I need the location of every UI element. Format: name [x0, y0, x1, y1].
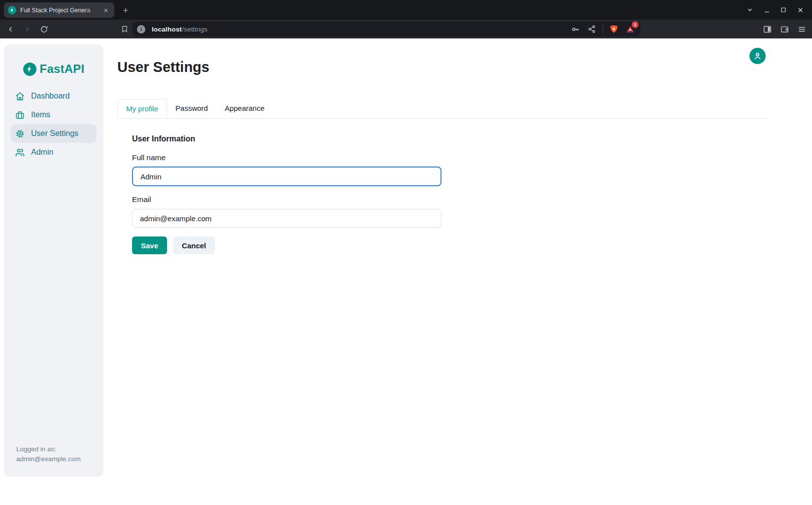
home-icon [15, 92, 25, 101]
sidebar-item-user-settings[interactable]: User Settings [11, 124, 97, 143]
gear-icon [15, 129, 25, 138]
sidebar-item-label: Admin [31, 148, 53, 157]
fastapi-logo-text: FastAPI [40, 62, 85, 76]
settings-tabs: My profile Password Appearance [117, 99, 767, 119]
profile-tab-panel: User Information Full name Email Save Ca… [117, 119, 767, 254]
save-button[interactable]: Save [132, 236, 167, 254]
back-icon[interactable] [4, 23, 17, 35]
logged-in-label: Logged in as: [16, 444, 81, 454]
cancel-button[interactable]: Cancel [173, 236, 215, 254]
tab-my-profile[interactable]: My profile [117, 99, 167, 118]
browser-tab[interactable]: Full Stack Project Genera [4, 2, 114, 18]
browser-tab-strip: Full Stack Project Genera [0, 0, 812, 20]
email-input[interactable] [132, 209, 441, 228]
sidebar-item-label: Dashboard [31, 92, 69, 101]
new-tab-icon[interactable] [120, 5, 131, 16]
url-text: localhost/settings [152, 26, 207, 33]
brave-rewards-bat-icon[interactable]: 1 [625, 24, 636, 34]
sidebar-nav: Dashboard Items User Settings Admin [4, 87, 103, 162]
full-name-input[interactable] [132, 167, 441, 186]
tab-appearance[interactable]: Appearance [216, 99, 273, 118]
tab-search-chevron-icon[interactable] [744, 4, 756, 16]
url-host: localhost [152, 26, 182, 33]
sidebar-item-label: Items [31, 110, 50, 119]
users-icon [15, 148, 25, 157]
app-page: FastAPI Dashboard Items User Settings [0, 38, 812, 505]
fastapi-favicon-icon [8, 6, 16, 14]
password-key-icon[interactable] [570, 24, 581, 34]
logged-in-email: admin@example.com [16, 454, 81, 464]
brave-shield-icon[interactable] [609, 24, 619, 34]
briefcase-icon [15, 110, 25, 120]
sidebar: FastAPI Dashboard Items User Settings [4, 44, 103, 477]
sidebar-toggle-icon[interactable] [762, 24, 773, 34]
url-bar[interactable]: i localhost/settings 1 [132, 22, 641, 36]
section-title: User Information [132, 135, 767, 143]
window-close-icon[interactable] [794, 4, 806, 16]
bookmark-icon[interactable] [118, 23, 131, 35]
fastapi-logo: FastAPI [4, 62, 103, 76]
menu-hamburger-icon[interactable] [796, 24, 807, 34]
sidebar-item-items[interactable]: Items [11, 105, 97, 124]
sidebar-item-dashboard[interactable]: Dashboard [11, 87, 97, 105]
tab-password[interactable]: Password [167, 99, 216, 118]
tab-close-icon[interactable] [102, 6, 110, 15]
logged-in-info: Logged in as: admin@example.com [16, 444, 81, 464]
toolbar-divider [603, 25, 603, 34]
fastapi-bolt-icon [23, 63, 36, 76]
sidebar-item-label: User Settings [31, 129, 78, 138]
main-content: User Settings My profile Password Appear… [117, 59, 767, 254]
wallet-icon[interactable] [779, 24, 790, 34]
page-title: User Settings [117, 59, 767, 75]
full-name-label: Full name [132, 153, 767, 162]
forward-icon[interactable] [21, 23, 34, 35]
reload-icon[interactable] [37, 23, 50, 35]
email-label: Email [132, 195, 767, 204]
share-icon[interactable] [586, 24, 597, 34]
url-path: /settings [182, 26, 207, 33]
sidebar-item-admin[interactable]: Admin [11, 143, 97, 162]
site-info-icon[interactable]: i [137, 25, 145, 34]
browser-toolbar: i localhost/settings 1 [0, 20, 812, 38]
window-minimize-icon[interactable] [761, 4, 773, 16]
window-maximize-icon[interactable] [778, 4, 789, 16]
rewards-badge: 1 [632, 21, 639, 28]
